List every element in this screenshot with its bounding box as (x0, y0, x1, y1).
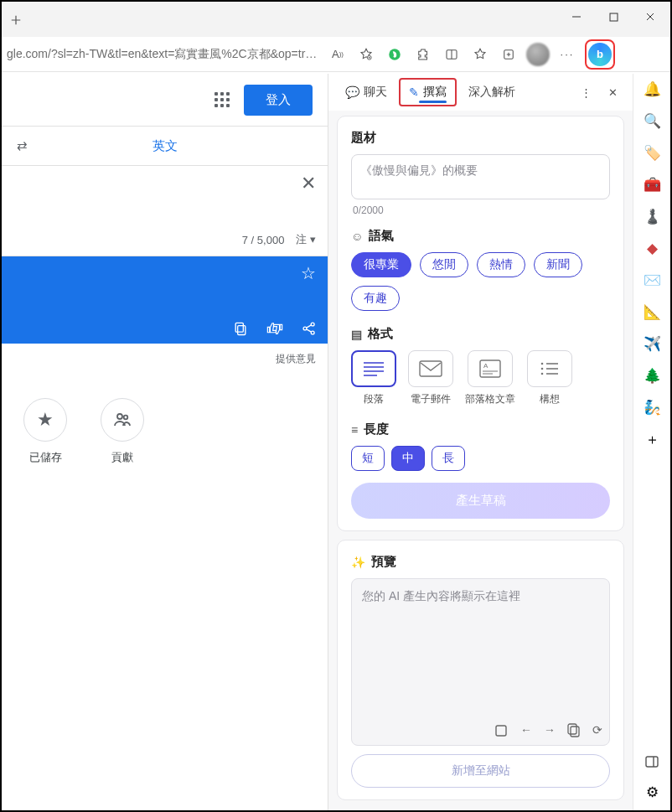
format-paragraph[interactable] (351, 350, 396, 387)
bing-sidebar-button[interactable]: b (585, 39, 615, 70)
length-long[interactable]: 長 (432, 446, 465, 471)
svg-point-12 (124, 416, 128, 420)
profile-avatar[interactable] (526, 43, 550, 66)
notes-dropdown[interactable]: 注 ▾ (296, 232, 316, 247)
share-icon[interactable] (301, 320, 318, 337)
copy-preview-icon[interactable] (567, 723, 581, 738)
format-email[interactable] (408, 350, 453, 387)
panel-close-icon[interactable]: ✕ (601, 80, 624, 104)
extensions-icon[interactable] (409, 40, 437, 69)
regenerate-icon[interactable]: ⟳ (592, 723, 602, 738)
contribute-label: 貢獻 (111, 450, 133, 465)
svg-point-11 (117, 414, 122, 419)
target-language-label[interactable]: 英文 (152, 138, 178, 154)
swap-languages-icon[interactable]: ⇄ (17, 138, 28, 153)
tone-section-title: ☺語氣 (351, 228, 610, 244)
svg-rect-0 (610, 13, 618, 21)
save-translation-icon[interactable]: ☆ (301, 263, 316, 283)
tab-insights[interactable]: 深入解析 (460, 80, 524, 105)
svg-text:A: A (483, 362, 488, 370)
tone-funny[interactable]: 有趣 (351, 286, 400, 311)
format-section-title: ▤格式 (351, 326, 610, 342)
preview-section-title: ✨預覽 (351, 554, 610, 570)
panel-header: 💬聊天 ✎撰寫 深入解析 ⋮ ✕ (328, 74, 633, 111)
tone-news[interactable]: 新聞 (534, 252, 582, 277)
svg-rect-13 (420, 361, 442, 376)
svg-point-16 (541, 363, 544, 365)
language-bar[interactable]: ⇄ 英文 (2, 126, 328, 166)
svg-point-18 (541, 373, 544, 375)
games-icon[interactable]: ♟️ (642, 206, 662, 226)
edge-sidebar: 🔔 🔍 🏷️ 🧰 ♟️ ◆ ✉️ 📐 ✈️ 🌲 🧞 ＋ ⚙ (633, 74, 670, 810)
more-menu-icon[interactable]: ··· (553, 40, 582, 69)
read-aloud-icon[interactable]: A)) (323, 40, 352, 69)
settings-icon[interactable]: ⚙ (642, 782, 662, 802)
split-screen-icon[interactable] (437, 40, 466, 69)
collections-icon[interactable] (494, 40, 523, 69)
add-to-site-button[interactable]: 新增至網站 (351, 754, 610, 788)
tab-chat[interactable]: 💬聊天 (337, 80, 395, 105)
character-count: 7 / 5,000 (242, 234, 285, 246)
window-controls (558, 2, 669, 32)
notifications-icon[interactable]: 🔔 (642, 79, 662, 99)
format-ideas[interactable] (527, 350, 572, 387)
svg-point-10 (311, 331, 314, 334)
window-titlebar (2, 2, 670, 37)
svg-point-9 (311, 323, 314, 326)
translation-result: ☆ (2, 256, 328, 344)
rate-translation-icon[interactable] (266, 320, 284, 337)
tone-enthusiastic[interactable]: 熱情 (477, 252, 525, 277)
format-blog[interactable]: A (468, 350, 513, 387)
shopping-icon[interactable]: 🏷️ (642, 142, 662, 163)
google-apps-icon[interactable] (212, 90, 232, 110)
contribute-button[interactable] (101, 398, 144, 442)
bing-icon: b (588, 43, 612, 66)
length-medium[interactable]: 中 (391, 446, 425, 471)
favorite-icon[interactable] (352, 40, 380, 69)
translate-pane: 登入 ⇄ 英文 ✕ 7 / 5,000 注 ▾ ☆ 提供意見 ★ 已儲存 (2, 74, 328, 810)
toolbox-icon[interactable]: 🧰 (642, 174, 662, 194)
tone-professional[interactable]: 很專業 (351, 252, 411, 277)
address-bar: gle.com/?sl=zh-TW&tl=en&text=寫實畫風%2C京都&o… (2, 37, 670, 72)
signin-button[interactable]: 登入 (244, 85, 313, 116)
copy-icon[interactable] (232, 320, 249, 337)
search-icon[interactable]: 🔍 (642, 111, 662, 131)
new-tab-button[interactable] (3, 8, 28, 32)
tree-icon[interactable]: 🌲 (642, 365, 662, 385)
svg-rect-7 (235, 323, 243, 332)
topic-section-title: 題材 (351, 130, 610, 146)
svg-point-17 (541, 368, 544, 370)
drop-icon[interactable]: 📐 (642, 302, 662, 322)
panel-more-icon[interactable]: ⋮ (574, 80, 597, 104)
preview-output: 您的 AI 產生內容將顯示在這裡 ← → ⟳ (351, 578, 610, 746)
close-button[interactable] (632, 2, 669, 32)
send-icon[interactable]: ✈️ (642, 334, 662, 354)
favorites-button[interactable] (466, 40, 494, 69)
designer-icon[interactable]: 🧞 (642, 397, 662, 417)
topic-input[interactable]: 《傲慢與偏見》的概要 (351, 154, 610, 199)
office-icon[interactable]: ◆ (642, 238, 662, 258)
length-section-title: ≡長度 (351, 422, 610, 437)
minimize-button[interactable] (558, 2, 595, 32)
length-short[interactable]: 短 (351, 446, 385, 471)
add-sidebar-icon[interactable]: ＋ (642, 429, 662, 449)
svg-rect-20 (571, 727, 579, 737)
compose-panel: 💬聊天 ✎撰寫 深入解析 ⋮ ✕ 題材 《傲慢與偏見》的概要 0/2000 ☺語… (328, 74, 633, 810)
next-icon[interactable]: → (544, 723, 556, 738)
prev-icon[interactable]: ← (520, 723, 532, 738)
send-feedback-link[interactable]: 提供意見 (2, 344, 328, 375)
tone-casual[interactable]: 悠閒 (420, 252, 468, 277)
outlook-icon[interactable]: ✉️ (642, 270, 662, 290)
evernote-icon[interactable] (380, 40, 409, 69)
clear-text-icon[interactable]: ✕ (301, 173, 316, 194)
svg-rect-19 (496, 726, 506, 736)
stop-icon[interactable] (494, 723, 509, 738)
maximize-button[interactable] (595, 2, 632, 32)
generate-draft-button[interactable]: 產生草稿 (351, 483, 610, 519)
tab-compose[interactable]: ✎撰寫 (399, 78, 457, 106)
saved-button[interactable]: ★ (23, 398, 67, 442)
hide-sidebar-icon[interactable] (642, 752, 662, 772)
url-text[interactable]: gle.com/?sl=zh-TW&tl=en&text=寫實畫風%2C京都&o… (5, 47, 323, 62)
svg-rect-22 (646, 757, 658, 767)
source-text-area[interactable]: ✕ 7 / 5,000 注 ▾ (2, 166, 328, 256)
